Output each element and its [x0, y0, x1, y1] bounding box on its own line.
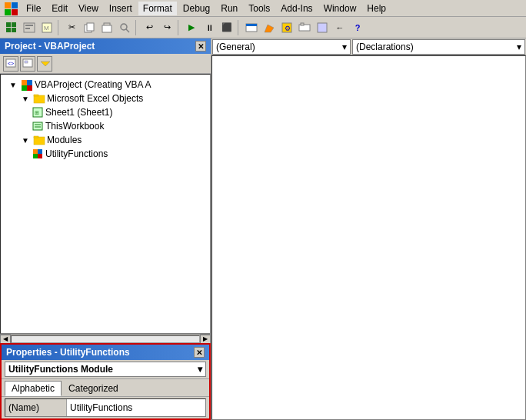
- svg-rect-0: [5, 2, 11, 8]
- project-view-object[interactable]: [20, 56, 35, 72]
- tree-item-vbaproject[interactable]: ▼ VBAProject (Creating VBA A: [1, 78, 210, 92]
- code-object-chevron: ▾: [342, 42, 347, 52]
- properties-close-button[interactable]: ✕: [194, 347, 205, 358]
- svg-rect-46: [38, 149, 42, 155]
- menu-window[interactable]: Window: [319, 2, 361, 15]
- svg-rect-14: [87, 23, 94, 31]
- tree-label-vbaproject: VBAProject (Creating VBA A: [35, 79, 151, 90]
- tree-label-modules: Modules: [47, 135, 82, 145]
- vba-project-icon: [21, 78, 33, 91]
- svg-rect-6: [6, 28, 11, 32]
- tb-tools2[interactable]: [296, 19, 313, 36]
- tb-cut[interactable]: ✂: [63, 19, 80, 36]
- expand-modules-icon: ▼: [19, 134, 32, 146]
- menu-debug[interactable]: Debug: [178, 2, 215, 15]
- menu-addins[interactable]: Add-Ins: [276, 2, 317, 15]
- svg-rect-33: [27, 80, 32, 85]
- tree-item-utilityfunctions[interactable]: UtilityFunctions: [1, 147, 210, 161]
- tab-categorized[interactable]: Categorized: [62, 381, 125, 396]
- svg-rect-32: [22, 80, 27, 85]
- svg-rect-4: [6, 22, 11, 27]
- tree-label-sheet1: Sheet1 (Sheet1): [45, 107, 112, 118]
- svg-rect-30: [25, 61, 28, 63]
- tb-undo[interactable]: ↩: [141, 19, 158, 36]
- svg-rect-26: [318, 23, 327, 32]
- project-view-code[interactable]: <>: [3, 56, 18, 72]
- menu-tools[interactable]: Tools: [244, 2, 275, 15]
- project-tree-scrollbar[interactable]: ◀ ▶: [0, 334, 211, 343]
- svg-marker-21: [265, 25, 274, 32]
- menu-help[interactable]: Help: [362, 2, 391, 15]
- tb-module-icon[interactable]: M: [38, 19, 55, 36]
- tb-stop[interactable]: ⬛: [218, 19, 235, 36]
- tb-find[interactable]: [116, 19, 133, 36]
- tree-item-sheet1[interactable]: ⊞ Sheet1 (Sheet1): [1, 105, 210, 119]
- tb-copy[interactable]: [81, 19, 98, 36]
- menu-format[interactable]: Format: [138, 2, 177, 15]
- svg-marker-31: [41, 62, 50, 66]
- toolbar-separator-2: [135, 20, 138, 35]
- left-panel: Project - VBAProject ✕ <> ▼: [0, 38, 211, 420]
- svg-rect-40: [33, 122, 42, 130]
- code-proc-chevron: ▾: [517, 42, 521, 52]
- svg-rect-9: [25, 25, 33, 26]
- svg-text:<>: <>: [8, 61, 14, 66]
- menu-file[interactable]: File: [22, 2, 45, 15]
- props-input-name[interactable]: [70, 402, 202, 413]
- main-layout: Project - VBAProject ✕ <> ▼: [0, 38, 526, 420]
- tb-design[interactable]: [261, 19, 278, 36]
- tree-item-modules[interactable]: ▼ Modules: [1, 133, 210, 147]
- tree-item-excel-objects[interactable]: ▼ Microsoft Excel Objects: [1, 92, 210, 105]
- project-window: Project - VBAProject ✕ <> ▼: [0, 38, 211, 343]
- props-label-name: (Name): [5, 399, 67, 416]
- project-tree[interactable]: ▼ VBAProject (Creating VBA A ▼: [0, 74, 211, 334]
- tree-item-thisworkbook[interactable]: ThisWorkbook: [1, 119, 210, 133]
- tb-back[interactable]: ←: [331, 19, 348, 36]
- svg-rect-36: [34, 95, 45, 103]
- tb-save2[interactable]: [314, 19, 331, 36]
- svg-point-17: [121, 24, 127, 30]
- code-object-dropdown[interactable]: (General) ▾: [212, 39, 351, 55]
- svg-rect-7: [12, 28, 16, 32]
- tb-compile[interactable]: ⚙: [278, 19, 295, 36]
- modules-folder-icon: [33, 134, 45, 146]
- scroll-right[interactable]: ▶: [200, 335, 211, 344]
- menu-edit[interactable]: Edit: [47, 2, 72, 15]
- props-value-name[interactable]: [67, 399, 205, 416]
- props-row-name: (Name): [5, 399, 205, 416]
- project-close-button[interactable]: ✕: [195, 41, 206, 52]
- svg-line-18: [126, 29, 129, 32]
- project-toggle-folders[interactable]: [37, 56, 52, 72]
- tb-help[interactable]: ?: [349, 19, 366, 36]
- scroll-left[interactable]: ◀: [0, 335, 11, 344]
- svg-rect-25: [301, 23, 304, 25]
- svg-rect-10: [25, 28, 30, 29]
- properties-type-dropdown[interactable]: UtilityFunctions Module ▾: [5, 362, 206, 377]
- menu-view[interactable]: View: [74, 2, 103, 15]
- menu-insert[interactable]: Insert: [105, 2, 137, 15]
- svg-rect-43: [34, 137, 45, 145]
- excel-objects-folder-icon: [33, 92, 45, 105]
- expand-excel-objects-icon: ▼: [19, 92, 32, 105]
- tree-label-excel-objects: Microsoft Excel Objects: [47, 93, 143, 104]
- tab-alphabetic[interactable]: Alphabetic: [5, 381, 62, 396]
- properties-title: Properties - UtilityFunctions: [6, 347, 130, 358]
- properties-titlebar: Properties - UtilityFunctions ✕: [2, 345, 209, 360]
- tb-view-icon[interactable]: [21, 19, 38, 36]
- tb-paste[interactable]: [98, 19, 115, 36]
- project-title: Project - VBAProject: [5, 41, 95, 52]
- tb-excel-icon[interactable]: [3, 19, 20, 36]
- tb-userform[interactable]: [243, 19, 260, 36]
- svg-rect-20: [246, 24, 257, 26]
- code-proc-dropdown[interactable]: (Declarations) ▾: [352, 39, 525, 55]
- tb-run[interactable]: ▶: [183, 19, 200, 36]
- svg-rect-45: [33, 149, 38, 155]
- properties-dropdown-value: UtilityFunctions Module: [8, 364, 113, 375]
- svg-rect-1: [12, 2, 18, 8]
- menu-run[interactable]: Run: [216, 2, 242, 15]
- code-editor[interactable]: [211, 55, 526, 420]
- module-icon: [32, 148, 44, 160]
- tb-pause[interactable]: ⏸: [201, 19, 218, 36]
- svg-rect-2: [5, 9, 11, 15]
- tb-redo[interactable]: ↪: [158, 19, 175, 36]
